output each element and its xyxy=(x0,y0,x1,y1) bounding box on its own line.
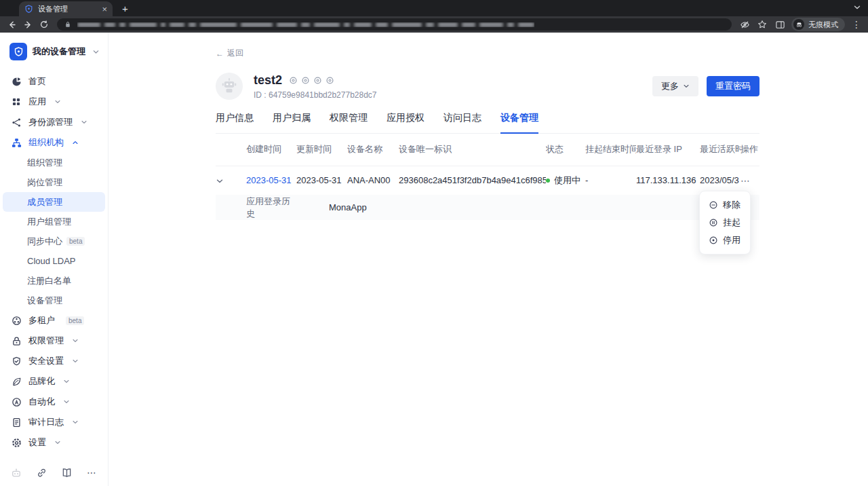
col-device-id: 设备唯一标识 xyxy=(399,134,546,166)
col-actions: 操作 xyxy=(741,134,760,166)
redacted-url xyxy=(77,22,534,27)
sidebar-item-automation[interactable]: 自动化 xyxy=(0,392,108,412)
workspace-name: 我的设备管理 xyxy=(33,45,85,58)
robot-helper-icon[interactable] xyxy=(11,466,22,479)
row-expand-chevron-icon[interactable] xyxy=(216,177,224,185)
tab-permission-management[interactable]: 权限管理 xyxy=(330,112,368,133)
sidebar-item-multi-tenant[interactable]: 多租户 beta xyxy=(0,310,108,331)
row-actions-ellipsis-icon[interactable]: ⋯ xyxy=(741,175,751,186)
sidebar-item-label: 多租户 xyxy=(28,314,55,326)
sidebar-item-audit-logs[interactable]: 审计日志 xyxy=(0,412,108,432)
incognito-badge[interactable]: 无痕模式 xyxy=(791,18,845,31)
sidebar-item-sync-center[interactable]: 同步中心 beta xyxy=(3,231,105,251)
sidebar-item-identity-sources[interactable]: 身份源管理 xyxy=(0,112,108,132)
more-icon[interactable]: ⋯ xyxy=(87,467,97,478)
docs-book-icon[interactable] xyxy=(62,466,72,479)
table-header-row: 创建时间 更新时间 设备名称 设备唯一标识 状态 挂起结束时间 最近登录 IP … xyxy=(216,134,760,166)
status-badge: 使用中 xyxy=(546,174,580,187)
sidebar-item-settings[interactable]: 设置 xyxy=(0,432,108,453)
sidebar-item-label: 首页 xyxy=(28,75,46,88)
col-last-active: 最近活跃时 xyxy=(700,134,741,166)
address-bar[interactable] xyxy=(57,18,732,31)
chevron-down-icon xyxy=(63,378,70,385)
forward-icon[interactable] xyxy=(20,18,35,31)
menu-item-label: 停用 xyxy=(723,234,741,246)
pause-circle-icon xyxy=(709,218,718,227)
lock-icon xyxy=(11,336,22,346)
sidebar-item-position-management[interactable]: 岗位管理 xyxy=(3,172,105,192)
back-link[interactable]: ← 返回 xyxy=(216,48,243,59)
sidebar-item-apps[interactable]: 应用 xyxy=(0,92,108,112)
power-circle-icon xyxy=(709,236,718,245)
sidebar-item-registration-whitelist[interactable]: 注册白名单 xyxy=(3,271,105,291)
sidebar-item-device-management[interactable]: 设备管理 xyxy=(3,291,105,310)
menu-item-disable[interactable]: 停用 xyxy=(700,231,750,249)
beta-badge: beta xyxy=(66,316,84,325)
sidebar-item-member-management[interactable]: 成员管理 xyxy=(3,192,105,212)
col-device-name: 设备名称 xyxy=(347,134,399,166)
sidebar-item-label: 同步中心 xyxy=(27,236,62,248)
app-logo-shield-icon xyxy=(9,43,27,60)
more-button[interactable]: 更多 xyxy=(652,76,698,96)
tab-strip-chevron-icon[interactable] xyxy=(853,3,861,12)
minus-circle-icon xyxy=(709,200,718,210)
menu-item-remove[interactable]: 移除 xyxy=(700,196,750,214)
leaf-icon xyxy=(11,377,22,387)
eye-off-icon[interactable] xyxy=(737,18,752,31)
detail-tabs: 用户信息 用户归属 权限管理 应用授权 访问日志 设备管理 xyxy=(216,112,760,134)
menu-item-suspend[interactable]: 挂起 xyxy=(700,214,750,231)
link-icon[interactable] xyxy=(37,466,47,479)
sidebar-item-label: 品牌化 xyxy=(28,375,55,388)
sidebar-item-permission-management[interactable]: 权限管理 xyxy=(0,331,108,351)
sidebar-item-label: 注册白名单 xyxy=(27,275,71,287)
main-content: ← 返回 test2 ID : 64759e9841bbd2b277b28dc7 xyxy=(108,33,868,486)
tab-app-authorization[interactable]: 应用授权 xyxy=(387,112,425,133)
tab-device-management[interactable]: 设备管理 xyxy=(500,112,538,134)
sidebar-item-branding[interactable]: 品牌化 xyxy=(0,371,108,392)
sidebar-item-label: 岗位管理 xyxy=(27,176,62,189)
col-created: 创建时间 xyxy=(246,134,296,166)
tenant-icon xyxy=(11,316,22,326)
suspend-end-time: - xyxy=(585,166,636,195)
created-date-link[interactable]: 2023-05-31 xyxy=(246,175,292,185)
chevron-down-icon xyxy=(63,398,70,405)
user-badge-icon xyxy=(313,76,322,85)
sidebar-item-label: 审计日志 xyxy=(28,416,64,428)
tab-access-logs[interactable]: 访问日志 xyxy=(443,112,481,133)
device-unique-id: 293608c2a451f3f2db7b4a9e41c6f9856 xyxy=(399,166,546,195)
app-login-history-value: MonaApp xyxy=(329,202,367,212)
back-icon[interactable] xyxy=(4,18,19,31)
row-action-menu: 移除 挂起 停用 xyxy=(699,191,751,255)
tab-close-icon[interactable]: × xyxy=(102,5,107,14)
user-badge-icon xyxy=(289,76,298,85)
sidebar-item-cloud-ldap[interactable]: Cloud LDAP xyxy=(3,251,105,271)
more-button-label: 更多 xyxy=(661,80,679,92)
sidebar-item-security-settings[interactable]: 安全设置 xyxy=(0,351,108,371)
reload-icon[interactable] xyxy=(37,18,52,31)
reset-password-button[interactable]: 重置密码 xyxy=(707,76,760,96)
sidebar-item-organization[interactable]: 组织机构 xyxy=(0,132,108,153)
org-tree-icon xyxy=(11,138,22,148)
chevron-down-icon xyxy=(72,358,79,364)
sidebar-item-home[interactable]: 首页 xyxy=(0,71,108,92)
new-tab-button[interactable]: + xyxy=(122,3,128,14)
expanded-row-panel: 应用登录历史 MonaApp xyxy=(216,195,760,220)
tab-user-info[interactable]: 用户信息 xyxy=(216,112,254,133)
automation-icon xyxy=(11,397,22,407)
browser-tab[interactable]: 设备管理 × xyxy=(19,1,113,16)
workspace-switcher[interactable]: 我的设备管理 xyxy=(0,33,108,67)
sidebar-item-label: Cloud LDAP xyxy=(27,256,76,266)
tab-user-belonging[interactable]: 用户归属 xyxy=(273,112,311,133)
back-label: 返回 xyxy=(227,48,243,59)
tab-title: 设备管理 xyxy=(38,4,97,14)
browser-tab-strip: 设备管理 × + xyxy=(0,0,868,16)
bookmark-star-icon[interactable] xyxy=(755,18,770,31)
incognito-label: 无痕模式 xyxy=(808,20,838,30)
browser-menu-icon[interactable]: ⋮ xyxy=(849,18,864,31)
robot-avatar-icon xyxy=(220,77,238,95)
chevron-down-icon xyxy=(72,337,79,344)
sidebar-item-org-management[interactable]: 组织管理 xyxy=(3,153,105,172)
menu-item-label: 挂起 xyxy=(723,217,741,229)
sidebar-item-user-group-management[interactable]: 用户组管理 xyxy=(3,212,105,231)
side-panel-icon[interactable] xyxy=(772,18,787,31)
